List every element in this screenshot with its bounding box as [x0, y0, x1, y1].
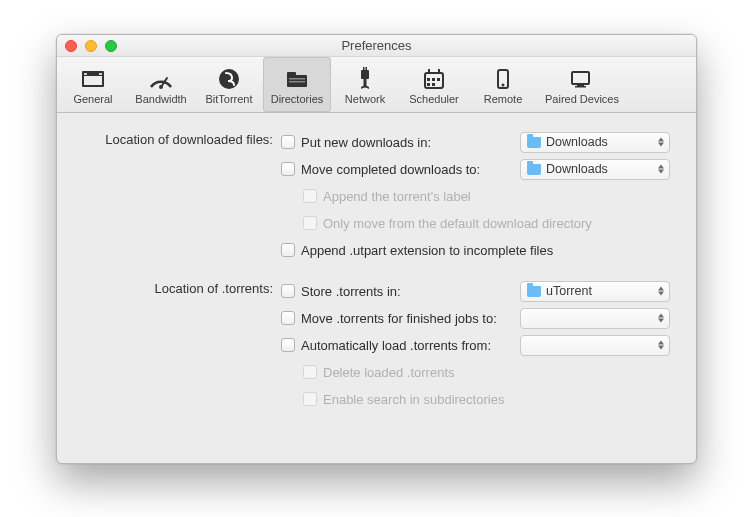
tab-label: Paired Devices — [545, 93, 619, 105]
folder-icon — [527, 286, 541, 297]
tab-label: Bandwidth — [135, 93, 186, 105]
combo-put-new[interactable]: Downloads — [520, 132, 670, 153]
tab-label: Network — [345, 93, 385, 105]
svg-point-6 — [219, 69, 239, 89]
checkbox-store-in[interactable] — [281, 284, 295, 298]
label-delete-loaded: Delete loaded .torrents — [323, 365, 455, 380]
tab-directories[interactable]: Directories — [263, 57, 331, 112]
svg-point-5 — [159, 85, 163, 89]
svg-rect-14 — [364, 79, 367, 86]
tab-label: BitTorrent — [205, 93, 252, 105]
content: Location of downloaded files: Put new do… — [57, 113, 696, 449]
svg-rect-1 — [84, 76, 102, 85]
tab-label: General — [73, 93, 112, 105]
checkbox-append-utpart[interactable] — [281, 243, 295, 257]
chevron-updown-icon — [658, 287, 664, 296]
svg-rect-12 — [363, 67, 365, 71]
remote-icon — [489, 67, 517, 91]
preferences-window: Preferences General Bandwidth BitTorrent… — [56, 34, 697, 464]
svg-rect-16 — [428, 69, 430, 74]
folder-icon — [527, 164, 541, 175]
chevron-updown-icon — [658, 314, 664, 323]
svg-rect-18 — [427, 78, 430, 81]
svg-rect-11 — [361, 70, 369, 79]
svg-rect-13 — [366, 67, 368, 71]
svg-rect-27 — [575, 86, 586, 88]
bittorrent-icon — [215, 67, 243, 91]
checkbox-put-new[interactable] — [281, 135, 295, 149]
svg-point-24 — [502, 83, 505, 86]
svg-rect-10 — [289, 81, 305, 83]
checkbox-auto-load[interactable] — [281, 338, 295, 352]
svg-rect-19 — [432, 78, 435, 81]
combo-value: Downloads — [546, 135, 608, 149]
tab-paired-devices[interactable]: Paired Devices — [537, 57, 627, 112]
section-label-torrents: Location of .torrents: — [83, 280, 281, 415]
scheduler-icon — [420, 67, 448, 91]
svg-rect-20 — [437, 78, 440, 81]
paired-devices-icon — [568, 67, 596, 91]
tab-label: Remote — [484, 93, 523, 105]
svg-rect-3 — [99, 73, 102, 75]
window-title: Preferences — [57, 38, 696, 53]
chevron-updown-icon — [658, 165, 664, 174]
checkbox-append-label — [303, 189, 317, 203]
svg-rect-25 — [572, 72, 589, 84]
svg-rect-22 — [432, 83, 435, 86]
checkbox-only-move-default — [303, 216, 317, 230]
combo-auto-load[interactable] — [520, 335, 670, 356]
folder-icon — [527, 137, 541, 148]
label-move-completed: Move completed downloads to: — [301, 162, 480, 177]
network-icon — [351, 67, 379, 91]
svg-rect-17 — [438, 69, 440, 74]
label-store-in: Store .torrents in: — [301, 284, 401, 299]
chevron-updown-icon — [658, 341, 664, 350]
svg-rect-21 — [427, 83, 430, 86]
combo-move-completed[interactable]: Downloads — [520, 159, 670, 180]
directories-icon — [283, 67, 311, 91]
label-auto-load: Automatically load .torrents from: — [301, 338, 491, 353]
checkbox-enable-search — [303, 392, 317, 406]
general-icon — [79, 67, 107, 91]
svg-rect-26 — [577, 84, 584, 86]
tab-network[interactable]: Network — [331, 57, 399, 112]
checkbox-move-completed[interactable] — [281, 162, 295, 176]
label-append-label: Append the torrent's label — [323, 189, 471, 204]
combo-value: Downloads — [546, 162, 608, 176]
tab-label: Directories — [271, 93, 324, 105]
svg-rect-8 — [287, 72, 296, 77]
section-torrents: Location of .torrents: Store .torrents i… — [83, 280, 670, 415]
tab-bittorrent[interactable]: BitTorrent — [195, 57, 263, 112]
tab-general[interactable]: General — [59, 57, 127, 112]
label-enable-search: Enable search in subdirectories — [323, 392, 504, 407]
combo-move-finished[interactable] — [520, 308, 670, 329]
combo-store-in[interactable]: uTorrent — [520, 281, 670, 302]
toolbar: General Bandwidth BitTorrent Directories… — [57, 57, 696, 113]
titlebar: Preferences — [57, 35, 696, 57]
bandwidth-icon — [147, 67, 175, 91]
label-append-utpart: Append .utpart extension to incomplete f… — [301, 243, 553, 258]
label-move-finished: Move .torrents for finished jobs to: — [301, 311, 497, 326]
label-only-move-default: Only move from the default download dire… — [323, 216, 592, 231]
chevron-updown-icon — [658, 138, 664, 147]
svg-rect-2 — [84, 73, 87, 75]
tab-bandwidth[interactable]: Bandwidth — [127, 57, 195, 112]
checkbox-move-finished[interactable] — [281, 311, 295, 325]
section-downloads: Location of downloaded files: Put new do… — [83, 131, 670, 266]
section-label-downloads: Location of downloaded files: — [83, 131, 281, 266]
tab-remote[interactable]: Remote — [469, 57, 537, 112]
tab-scheduler[interactable]: Scheduler — [399, 57, 469, 112]
combo-value: uTorrent — [546, 284, 592, 298]
tab-label: Scheduler — [409, 93, 459, 105]
svg-rect-9 — [289, 78, 305, 80]
checkbox-delete-loaded — [303, 365, 317, 379]
label-put-new: Put new downloads in: — [301, 135, 431, 150]
